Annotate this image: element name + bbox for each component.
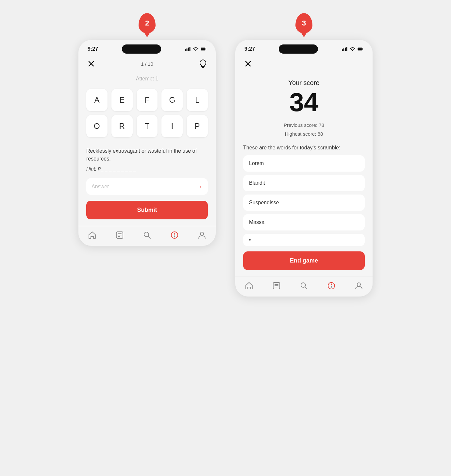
word-card-blandit: Blandit <box>243 175 365 191</box>
score-header: Your score 34 Previous score: 78 Highest… <box>243 79 365 138</box>
map-pin-3: 3 <box>295 13 312 33</box>
answer-arrow-icon: → <box>196 183 203 190</box>
svg-rect-20 <box>342 49 343 51</box>
letter-row-2: O R T I P <box>86 115 208 137</box>
nav-home-2[interactable] <box>245 281 253 290</box>
letter-tile-G[interactable]: G <box>161 89 183 111</box>
battery-icon-2 <box>358 47 363 51</box>
previous-score: Previous score: 78 <box>243 121 365 129</box>
phone-1: 9:27 <box>78 40 216 246</box>
phone-1-content: Attempt 1 A E F G L O R T I P <box>78 73 216 226</box>
svg-point-19 <box>200 232 204 235</box>
notch-2 <box>279 44 318 54</box>
letter-tile-F[interactable]: F <box>137 89 158 111</box>
signal-icon-2 <box>342 47 348 51</box>
letter-tile-T[interactable]: T <box>137 115 158 137</box>
svg-point-37 <box>357 283 360 286</box>
nav-user-2[interactable] <box>355 281 363 290</box>
clue-section: Recklessly extravagant or wasteful in th… <box>86 147 208 172</box>
highest-score: Highest score: 88 <box>243 129 365 138</box>
letter-tile-E[interactable]: E <box>111 89 133 111</box>
end-game-button[interactable]: End game <box>243 251 365 270</box>
svg-marker-36 <box>331 286 332 288</box>
map-pin-2: 2 <box>139 13 156 33</box>
clue-text: Recklessly extravagant or wasteful in th… <box>86 147 208 163</box>
bottom-nav-2 <box>235 277 373 297</box>
letter-row-1: A E F G L <box>86 89 208 111</box>
svg-rect-2 <box>188 48 189 52</box>
time-1: 9:27 <box>88 46 98 52</box>
phone-2-wrapper: 3 9:27 <box>235 13 373 297</box>
svg-rect-5 <box>201 48 205 50</box>
score-title: Your score <box>243 79 365 87</box>
svg-marker-18 <box>174 235 175 238</box>
letter-tile-A[interactable]: A <box>86 89 108 111</box>
svg-rect-25 <box>358 48 362 50</box>
close-button-2[interactable] <box>243 59 253 69</box>
svg-line-33 <box>305 287 308 289</box>
nav-home-1[interactable] <box>88 231 96 239</box>
attempt-label: Attempt 1 <box>86 76 208 82</box>
score-stats: Previous score: 78 Highest score: 88 <box>243 121 365 138</box>
top-nav-2 <box>235 56 373 73</box>
status-bar-2: 9:27 <box>235 40 373 56</box>
nav-compass-1[interactable] <box>170 231 179 239</box>
submit-button[interactable]: Submit <box>86 201 208 219</box>
letter-tile-R[interactable]: R <box>111 115 133 137</box>
nav-list-2[interactable] <box>272 281 281 290</box>
progress-indicator: 1 / 10 <box>141 61 153 67</box>
word-card-partial: • <box>243 234 365 246</box>
phone-2: 9:27 <box>235 40 373 297</box>
answer-input-area[interactable]: Answer → <box>86 178 208 195</box>
svg-rect-0 <box>185 49 186 51</box>
nav-search-1[interactable] <box>143 231 151 239</box>
signal-icon <box>185 47 191 51</box>
word-card-lorem: Lorem <box>243 155 365 172</box>
bottom-nav-1 <box>78 226 216 246</box>
word-card-suspendisse: Suspendisse <box>243 195 365 211</box>
nav-compass-2[interactable] <box>327 281 336 290</box>
svg-rect-23 <box>346 47 347 51</box>
close-button-1[interactable] <box>86 59 96 69</box>
hint-button[interactable] <box>198 59 208 69</box>
score-number: 34 <box>243 89 365 115</box>
svg-marker-17 <box>174 232 175 235</box>
nav-user-1[interactable] <box>198 231 206 239</box>
status-icons-1 <box>185 47 207 51</box>
letter-tile-O[interactable]: O <box>86 115 108 137</box>
letter-tile-L[interactable]: L <box>187 89 208 111</box>
time-2: 9:27 <box>244 46 255 52</box>
notch-1 <box>122 44 161 54</box>
svg-rect-22 <box>345 48 346 52</box>
svg-rect-21 <box>343 48 344 51</box>
phone-1-wrapper: 2 9:27 <box>78 13 216 246</box>
wifi-icon <box>193 47 199 51</box>
letter-tile-P[interactable]: P <box>187 115 208 137</box>
nav-search-2[interactable] <box>300 281 308 290</box>
nav-list-1[interactable] <box>115 231 124 239</box>
svg-rect-8 <box>202 66 204 67</box>
letter-grid: A E F G L O R T I P <box>86 89 208 137</box>
battery-icon <box>201 47 207 51</box>
status-bar-1: 9:27 <box>78 40 216 56</box>
pin-number-3: 3 <box>302 19 306 27</box>
wifi-icon-2 <box>350 47 356 51</box>
svg-line-15 <box>148 236 151 239</box>
answer-placeholder: Answer <box>92 184 196 190</box>
word-card-massa: Massa <box>243 214 365 230</box>
letter-tile-I[interactable]: I <box>161 115 183 137</box>
top-nav-1: 1 / 10 <box>78 56 216 73</box>
svg-rect-1 <box>187 48 188 51</box>
svg-rect-3 <box>190 47 191 51</box>
phone-2-content: Your score 34 Previous score: 78 Highest… <box>235 73 373 277</box>
svg-marker-35 <box>331 283 332 286</box>
status-icons-2 <box>342 47 363 51</box>
hint-text: Hint: P_ _ _ _ _ _ _ _ _ <box>86 166 208 172</box>
words-label: These are the words for today's scramble… <box>243 145 365 151</box>
pin-number: 2 <box>145 19 149 27</box>
svg-rect-9 <box>202 67 204 68</box>
